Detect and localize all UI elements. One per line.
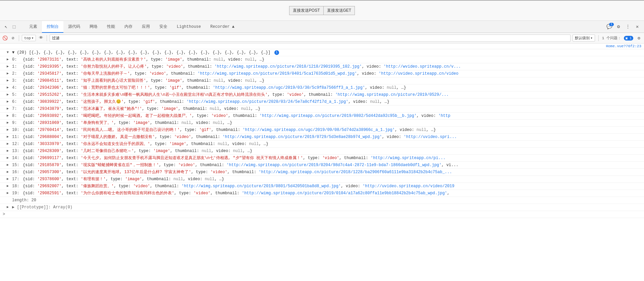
issues-settings-icon[interactable]: ⚙	[636, 35, 642, 41]
table-row[interactable]: 15: {sid: '29185870', text: '现实版"蜻蜓捕蝉黄雀在…	[0, 162, 644, 169]
item-18-arrow[interactable]	[7, 183, 11, 189]
item-19-arrow[interactable]	[7, 190, 11, 196]
item-17-index: 17:	[12, 176, 21, 182]
item-9-arrow[interactable]	[7, 120, 11, 126]
chat-icon[interactable]: 💬 1	[606, 23, 612, 30]
item-11-index: 11:	[12, 134, 21, 140]
item-12-index: 12:	[12, 141, 21, 147]
item-11-arrow[interactable]	[7, 134, 11, 140]
length-label: length: 20	[12, 197, 36, 203]
table-row[interactable]: 1: {sid: '29019395', text: '你努力取悦别人的样子, …	[0, 63, 644, 70]
table-row[interactable]: 19: {sid: '29082591', text: '为什么你拥有哈士奇的智…	[0, 190, 644, 197]
array-expand-arrow[interactable]	[7, 50, 11, 56]
table-row[interactable]: 4: {sid: '29342306', text: '猫：荒野的世界也太可怕了…	[0, 84, 644, 91]
table-row[interactable]: 5: {sid: '29515262', text: '生活本来就多灾多难\n哪…	[0, 91, 644, 98]
item-14-index: 14:	[12, 155, 21, 161]
item-6-arrow[interactable]	[7, 99, 11, 105]
more-icon[interactable]: ⋮	[625, 23, 631, 30]
tab-performance[interactable]: 性能	[102, 21, 120, 33]
settings-icon[interactable]: ⚙	[615, 23, 622, 30]
console-output: ▼ (20) [{…}, {…}, {…}, {…}, {…}, {…}, {……	[0, 49, 644, 281]
get-button[interactable]: 直接发送GET	[323, 6, 355, 15]
item-16-index: 16:	[12, 169, 21, 175]
table-row[interactable]: 13: {sid: '29428309', text: '几时二哥像得自己杀猪吃…	[0, 148, 644, 155]
item-1-index: 1:	[12, 64, 21, 70]
tab-memory[interactable]: 内存	[120, 21, 137, 33]
item-13-index: 13:	[12, 148, 21, 154]
item-4-index: 4:	[12, 85, 21, 91]
prototype-arrow[interactable]	[7, 204, 11, 210]
table-row[interactable]: 14: {sid: '29699117', text: '今天七夕, 如何防止女…	[0, 155, 644, 162]
inspect-icon[interactable]: ⬚	[11, 23, 17, 30]
tab-application[interactable]: 应用	[137, 21, 155, 33]
info-icon[interactable]: i	[274, 50, 279, 55]
table-row[interactable]: 16: {sid: '29057300', text: '以光的速度离开地球, …	[0, 169, 644, 176]
table-row[interactable]: 0: {sid: '29873131', text: '高铁上有的人到底能有多没…	[0, 56, 644, 63]
tab-network[interactable]: 网络	[85, 21, 102, 33]
tab-recorder[interactable]: Recorder ▲	[206, 21, 239, 33]
prototype-line[interactable]: ▶ [[Prototype]]: Array(0)	[0, 204, 644, 211]
item-3-arrow[interactable]	[7, 78, 11, 84]
item-16-content: {sid: '29057300', text: '以光的速度离开地球, 137亿…	[23, 169, 452, 175]
table-row[interactable]: 17: {sid: '29378600', text: '有理有据！', typ…	[0, 176, 644, 183]
item-10-arrow[interactable]	[7, 127, 11, 133]
table-row[interactable]: 9: {sid: '28931069', text: '单身狗有哭了。', ty…	[0, 120, 644, 127]
item-11-content: {sid: '29688004', text: '对于喵星人的撒娇, 真是一点撤…	[23, 134, 457, 140]
level-select[interactable]: 默认级别 ▾	[573, 34, 595, 42]
table-row[interactable]: 3: {sid: '29084511', text: '知乎上面看到的真心话大冒…	[0, 77, 644, 84]
table-row[interactable]: 18: {sid: '29692007', text: '傣族舞蹈欣赏。', t…	[0, 183, 644, 190]
item-5-arrow[interactable]	[7, 92, 11, 98]
toolbar-right: 默认级别 ▾ 1 个问题： ▣ 1 ⚙	[573, 34, 642, 42]
prompt-line[interactable]: >	[0, 211, 644, 218]
table-row[interactable]: 2: {sid: '29345817', text: '你每天早上洗脸的样子～'…	[0, 70, 644, 77]
toolbar-separator-1	[19, 35, 19, 41]
array-header-text: ▼ (20) [{…}, {…}, {…}, {…}, {…}, {…}, {……	[12, 50, 279, 56]
tab-lighthouse[interactable]: Lighthouse	[172, 21, 206, 33]
tab-elements[interactable]: 元素	[24, 21, 42, 33]
array-header-line[interactable]: ▼ (20) [{…}, {…}, {…}, {…}, {…}, {…}, {……	[0, 49, 644, 56]
item-4-content: {sid: '29342306', text: '猫：荒野的世界也太可怕了吧！！…	[23, 85, 406, 91]
level-chevron-icon: ▾	[590, 36, 593, 40]
eye-icon[interactable]: 👁	[38, 35, 44, 41]
item-0-arrow[interactable]	[7, 57, 11, 63]
item-7-arrow[interactable]	[7, 106, 11, 112]
item-12-arrow[interactable]	[7, 141, 11, 147]
file-reference[interactable]: Home.vue?76f2:23	[0, 44, 644, 49]
top-level-select[interactable]: top ▾	[22, 35, 36, 41]
item-17-arrow[interactable]	[7, 176, 11, 182]
issues-badge[interactable]: ▣ 1	[624, 36, 633, 41]
item-8-arrow[interactable]	[7, 113, 11, 119]
item-13-arrow[interactable]	[7, 148, 11, 154]
item-6-content: {sid: '30839922', text: '这熊孩子, 脚太久😊', ty…	[23, 99, 389, 105]
item-2-arrow[interactable]	[7, 71, 11, 77]
item-18-content: {sid: '29692007', text: '傣族舞蹈欣赏。', type:…	[23, 183, 454, 189]
tab-sources[interactable]: 源代码	[63, 21, 85, 33]
table-row[interactable]: 11: {sid: '29688004', text: '对于喵星人的撒娇, 真…	[0, 134, 644, 141]
item-17-content: {sid: '29378600', text: '有理有据！', type: '…	[23, 176, 224, 182]
top-level-label: top	[24, 36, 31, 40]
tab-security[interactable]: 安全	[155, 21, 172, 33]
table-row[interactable]: 12: {sid: '30333970', text: '你永远不会知道女生说分…	[0, 141, 644, 148]
clear-console-icon[interactable]: 🚫	[2, 35, 8, 41]
table-row[interactable]: 6: {sid: '30839922', text: '这熊孩子, 脚太久😊',…	[0, 98, 644, 106]
table-row[interactable]: 10: {sid: '29760414', text: '民间有高人……嗯, 这…	[0, 127, 644, 134]
filter-input[interactable]	[50, 34, 571, 42]
item-0-index: 0:	[12, 57, 21, 63]
filter-icon[interactable]: ⊘	[10, 35, 16, 41]
post-button[interactable]: 直接发送POST	[289, 6, 323, 15]
chat-badge: 1	[609, 23, 614, 26]
item-19-content: {sid: '29082591', text: '为什么你拥有哈士奇的智商却没有…	[23, 190, 449, 196]
close-icon[interactable]: ✕	[634, 23, 641, 30]
item-10-index: 10:	[12, 127, 21, 133]
item-1-arrow[interactable]	[7, 64, 11, 70]
item-4-arrow[interactable]	[7, 85, 11, 91]
tab-console[interactable]: 控制台	[42, 21, 63, 33]
cursor-icon[interactable]: ↖	[3, 23, 9, 30]
item-14-arrow[interactable]	[7, 155, 11, 161]
devtools-tab-bar: ↖ ⬚ 元素 控制台 源代码 网络 性能 内存 应用 安全 Lighthouse…	[0, 21, 644, 33]
table-row[interactable]: 8: {sid: '29693892', text: '喝吧喝吧, 年轻的时候一…	[0, 113, 644, 120]
table-row[interactable]: 7: {sid: '29343879', text: '范冰冰赢了, 崔永元被"…	[0, 106, 644, 113]
item-16-arrow[interactable]	[7, 169, 11, 175]
item-15-arrow[interactable]	[7, 162, 11, 168]
toolbar-separator-3	[598, 35, 599, 41]
